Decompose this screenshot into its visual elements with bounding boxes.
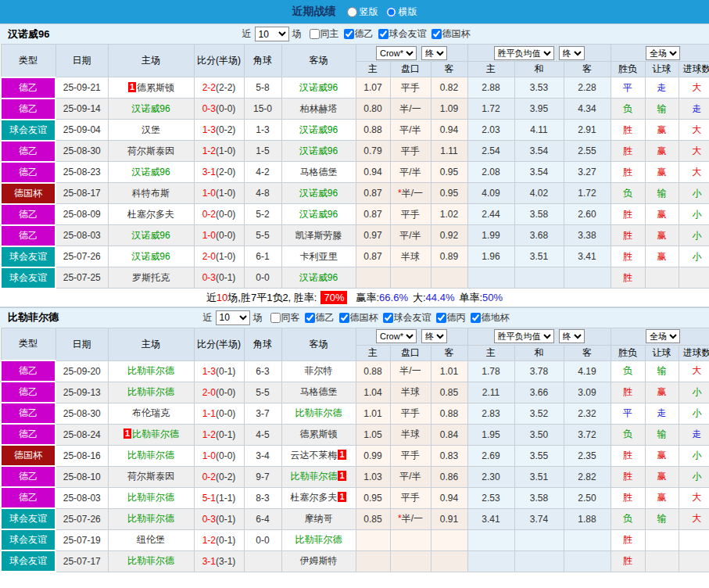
score-cell: 1-0(0-0) <box>194 225 244 246</box>
bookmaker-final-select[interactable]: 终 <box>421 329 447 343</box>
match-date: 25-08-30 <box>56 403 108 424</box>
handicap-result-cell: 赢 <box>645 204 679 225</box>
single-pct-label: 单率: <box>459 292 482 303</box>
score-cell: 0-2(0-0) <box>194 204 244 225</box>
result-cell: 胜 <box>611 550 645 572</box>
half-score: (2-0) <box>216 167 235 177</box>
home-team-name: 汉诺威96 <box>131 251 170 262</box>
league-checkbox-input[interactable] <box>344 29 354 39</box>
half-score: (1-0) <box>216 145 235 156</box>
same-venue-checkbox-input[interactable] <box>310 29 320 39</box>
mean-home-cell <box>467 267 514 289</box>
league-filter-checkbox[interactable]: 德乙 <box>300 311 335 324</box>
handicap-result-cell: 赢 <box>645 225 679 246</box>
league-checkbox-input[interactable] <box>339 313 349 323</box>
odds-home-cell: 0.79 <box>356 141 390 162</box>
match-count-select[interactable]: 10 <box>216 310 250 325</box>
goals-result-cell: 大 <box>679 360 709 382</box>
handicap-cell: 平/半 <box>390 466 431 487</box>
mean-select[interactable]: 胜平负均值 <box>494 329 554 343</box>
full-score: 0-3 <box>202 272 216 283</box>
league-filter-label: 德国杯 <box>442 27 471 41</box>
match-date: 25-08-03 <box>56 225 108 246</box>
league-filter-checkbox[interactable]: 球会友谊 <box>378 311 431 324</box>
handicap-text: 平手 <box>401 145 420 156</box>
league-checkbox-input[interactable] <box>471 313 481 323</box>
same-venue-checkbox-input[interactable] <box>270 313 281 323</box>
league-filter-checkbox[interactable]: 德国杯 <box>335 311 378 324</box>
scope-group-header: 全场 <box>611 328 709 345</box>
horizontal-radio-input[interactable] <box>386 7 396 17</box>
mean-away-cell: 3.09 <box>564 382 611 403</box>
home-team: 比勒菲尔德 <box>108 445 194 466</box>
team-section-1: 汉诺威96 近 10 场 同主 德乙 <box>0 23 709 307</box>
home-team-name: 比勒菲尔德 <box>127 450 174 461</box>
near-label: 近 <box>242 27 252 41</box>
handicap-result-cell: 赢 <box>645 445 679 466</box>
league-checkbox-input[interactable] <box>431 29 442 39</box>
home-team: 荷尔斯泰因 <box>108 466 194 487</box>
home-team-name: 比勒菲尔德 <box>127 492 174 503</box>
col-corner: 角球 <box>244 45 281 77</box>
score-cell: 0-3(0-0) <box>194 99 244 120</box>
league-checkbox-input[interactable] <box>378 29 389 39</box>
same-venue-checkbox[interactable]: 同主 <box>305 27 339 41</box>
match-date: 25-09-20 <box>56 360 108 382</box>
bookmaker-final-select[interactable]: 终 <box>421 46 447 60</box>
handicap-cell <box>390 550 431 572</box>
scope-select[interactable]: 全场 <box>646 46 680 60</box>
layout-radio-vertical[interactable]: 竖版 <box>341 5 378 19</box>
league-checkbox-input[interactable] <box>436 313 446 323</box>
vertical-radio-input[interactable] <box>347 7 357 17</box>
league-filter-checkbox[interactable]: 德乙 <box>339 27 374 41</box>
match-count-select[interactable]: 10 <box>255 27 289 41</box>
scope-select[interactable]: 全场 <box>646 329 680 343</box>
league-filter-checkbox[interactable]: 球会友谊 <box>374 27 427 41</box>
same-venue-checkbox[interactable]: 同客 <box>266 311 300 324</box>
odds-home-cell: 0.95 <box>356 487 390 508</box>
bookmaker-select[interactable]: Crow* <box>376 329 417 343</box>
mean-final-select[interactable]: 终 <box>559 329 585 343</box>
mean-select[interactable]: 胜平负均值 <box>494 46 554 60</box>
bookmaker-select[interactable]: Crow* <box>376 46 417 60</box>
team-bar: 汉诺威96 近 10 场 同主 德乙 <box>0 23 709 44</box>
league-checkbox-input[interactable] <box>305 313 315 323</box>
mean-draw-cell: 3.51 <box>514 246 564 267</box>
mean-group-header: 胜平负均值终 <box>467 45 611 62</box>
away-team-name: 比勒菲尔德 <box>295 407 342 418</box>
match-row: 德乙 25-09-20 比勒菲尔德 1-3(0-1) 6-3 菲尔特 0.88 … <box>1 360 709 382</box>
subcol-mean-draw: 和 <box>514 345 564 360</box>
handicap-cell: 平手 <box>390 204 431 225</box>
corner-cell: 1-3 <box>244 120 281 141</box>
result-cell: 胜 <box>611 445 645 466</box>
handicap-text: 平手 <box>401 82 420 93</box>
result-cell: 胜 <box>611 382 645 403</box>
half-score: (0-0) <box>216 387 235 398</box>
result-cell: 胜 <box>611 162 645 183</box>
home-team-name: 荷尔斯泰因 <box>127 145 174 156</box>
league-filter-checkbox[interactable]: 德国杯 <box>427 27 471 41</box>
league-checkbox-input[interactable] <box>383 313 393 323</box>
match-row: 球会友谊 25-07-26 比勒菲尔德 0-3(0-1) 6-4 摩纳哥 0.8… <box>1 508 709 529</box>
mean-away-cell <box>564 550 611 572</box>
mean-home-cell: 1.78 <box>467 360 514 382</box>
top-bar: 近期战绩 竖版 横版 <box>0 0 709 23</box>
odds-home-cell: 1.01 <box>356 403 390 424</box>
mean-final-select[interactable]: 终 <box>559 46 585 60</box>
odds-away-cell: 1.11 <box>431 141 467 162</box>
col-date: 日期 <box>56 328 108 360</box>
league-type-cell: 球会友谊 <box>1 529 56 550</box>
mean-draw-cell: 3.58 <box>514 487 564 508</box>
league-filter-checkbox[interactable]: 德地杯 <box>466 311 510 324</box>
league-type-cell: 德乙 <box>1 487 56 508</box>
layout-radio-horizontal[interactable]: 横版 <box>380 5 417 19</box>
col-home: 主场 <box>108 328 194 360</box>
team-section-2: 比勒菲尔德 近 10 场 同客 德乙 <box>0 307 709 573</box>
result-cell: 胜 <box>611 204 645 225</box>
away-team: 比勒菲尔德1 <box>281 466 356 487</box>
league-filter-checkbox[interactable]: 德丙 <box>431 311 466 324</box>
mean-away-cell: 3.38 <box>564 225 611 246</box>
score-cell: 0-3(0-1) <box>194 508 244 529</box>
handicap-text: 平手 <box>401 450 420 461</box>
mean-home-cell: 1.95 <box>467 424 514 445</box>
